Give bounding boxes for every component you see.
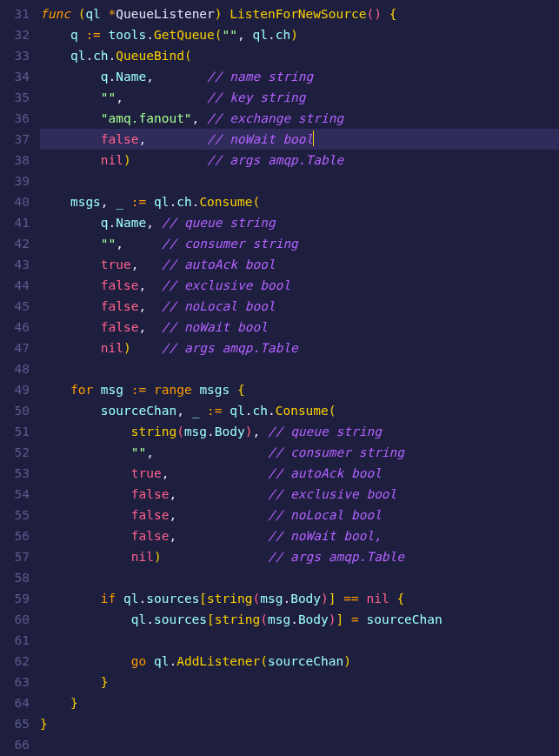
code-line[interactable] <box>40 171 559 191</box>
code-line[interactable]: false, // noWait bool <box>40 317 559 338</box>
token-op: = <box>351 612 359 626</box>
code-line[interactable]: false, // exclusive bool <box>40 484 559 505</box>
token-ident: q <box>101 216 109 230</box>
token-paren2: ( <box>176 425 184 438</box>
token-call: string <box>215 612 260 626</box>
line-number: 59 <box>5 588 30 609</box>
token-punct: , <box>169 529 176 543</box>
token-plain <box>146 132 207 146</box>
token-ident: ch <box>176 195 191 209</box>
token-plain <box>40 425 131 438</box>
token-declfunc: ListenForNewSource <box>230 7 366 21</box>
token-comment: // noWait bool <box>162 320 268 334</box>
token-dot: . <box>283 592 290 605</box>
code-line[interactable]: true, // autoAck bool <box>40 254 559 275</box>
code-line[interactable] <box>40 567 559 588</box>
code-line[interactable]: false, // noWait bool, <box>40 525 559 546</box>
code-line[interactable]: nil) // args amqp.Table <box>40 546 559 567</box>
code-line[interactable]: msgs, _ := ql.ch.Consume( <box>40 191 559 212</box>
token-plain <box>40 28 70 42</box>
token-plain <box>40 278 101 292</box>
code-line[interactable]: } <box>40 672 559 692</box>
token-ident: Body <box>290 592 321 605</box>
token-paren2: ( <box>252 592 260 605</box>
token-plain <box>146 320 161 334</box>
token-plain <box>260 425 268 438</box>
token-ident: Body <box>215 425 245 438</box>
token-punct: , <box>139 320 147 334</box>
code-line[interactable]: "", // consumer string <box>40 442 559 463</box>
code-line[interactable]: ql.sources[string(msg.Body)] = sourceCha… <box>40 609 559 630</box>
code-line[interactable]: go ql.AddListener(sourceChan) <box>40 651 559 672</box>
code-line[interactable]: } <box>40 692 559 713</box>
token-plain <box>40 111 101 125</box>
token-str: "amq.fanout" <box>101 111 192 125</box>
token-str: "" <box>101 90 116 104</box>
code-line[interactable]: nil) // args amqp.Table <box>40 150 559 171</box>
token-punct: , <box>116 237 123 251</box>
code-line[interactable]: false, // noLocal bool <box>40 505 559 525</box>
code-line[interactable]: "amq.fanout", // exchange string <box>40 108 559 129</box>
code-line[interactable]: q := tools.GetQueue("", ql.ch) <box>40 24 559 45</box>
token-punct: , <box>139 278 147 292</box>
token-plain <box>40 592 101 605</box>
code-line[interactable]: func (ql *QueueListener) ListenForNewSou… <box>40 3 559 24</box>
token-op: := <box>131 383 146 397</box>
token-const: false <box>101 278 139 292</box>
line-number: 41 <box>5 212 30 233</box>
code-line[interactable]: "", // key string <box>40 87 559 108</box>
line-number: 46 <box>5 317 30 338</box>
token-comment: // noWait bool <box>207 132 313 146</box>
code-line[interactable]: false, // noWait bool <box>40 129 559 150</box>
code-line[interactable]: string(msg.Body), // queue string <box>40 421 559 442</box>
token-dot: . <box>85 49 93 63</box>
token-const: nil <box>366 592 389 605</box>
token-ident: msgs <box>70 195 101 209</box>
token-brace: { <box>237 383 245 397</box>
token-ident: _ <box>116 195 123 209</box>
code-line[interactable]: if ql.sources[string(msg.Body)] == nil { <box>40 588 559 609</box>
token-kw2: for <box>70 383 93 397</box>
code-line[interactable]: q.Name, // name string <box>40 66 559 87</box>
code-line[interactable] <box>40 358 559 379</box>
code-line[interactable]: ql.ch.QueueBind( <box>40 45 559 66</box>
token-plain <box>40 612 131 626</box>
token-ident: Body <box>298 612 329 626</box>
token-op: := <box>207 404 222 418</box>
code-area[interactable]: func (ql *QueueListener) ListenForNewSou… <box>40 0 559 756</box>
code-line[interactable]: "", // consumer string <box>40 233 559 254</box>
token-plain <box>40 153 101 167</box>
code-line[interactable] <box>40 734 559 755</box>
token-brace: } <box>40 717 48 731</box>
code-line[interactable]: } <box>40 713 559 734</box>
token-dot: . <box>109 70 116 84</box>
token-kw2: if <box>101 592 116 605</box>
token-ident: ch <box>253 404 268 418</box>
token-ident: ql <box>230 404 244 418</box>
code-line[interactable]: nil) // args amqp.Table <box>40 338 559 358</box>
token-plain <box>176 529 268 543</box>
token-punct: , <box>139 299 147 313</box>
code-line[interactable]: q.Name, // queue string <box>40 212 559 233</box>
token-plain <box>146 654 154 668</box>
token-plain <box>123 195 131 209</box>
token-call: Consume <box>199 195 252 209</box>
code-line[interactable] <box>40 630 559 651</box>
code-line[interactable]: sourceChan, _ := ql.ch.Consume( <box>40 400 559 421</box>
token-plain <box>169 466 268 480</box>
token-plain <box>40 70 101 84</box>
line-number: 44 <box>5 275 30 296</box>
code-editor[interactable]: 3132333435363738394041424344454647484950… <box>0 0 559 756</box>
code-line[interactable]: false, // exclusive bool <box>40 275 559 296</box>
code-line[interactable]: false, // noLocal bool <box>40 296 559 317</box>
token-dot: . <box>109 216 116 230</box>
text-cursor <box>313 130 314 146</box>
token-plain <box>40 383 70 397</box>
token-plain <box>199 404 207 418</box>
token-comment: // consumer string <box>268 445 404 459</box>
code-line[interactable]: for msg := range msgs { <box>40 379 559 400</box>
line-number: 56 <box>5 525 30 546</box>
token-comment: // queue string <box>162 216 276 230</box>
token-ident: ql <box>253 28 268 42</box>
code-line[interactable]: true, // autoAck bool <box>40 463 559 484</box>
